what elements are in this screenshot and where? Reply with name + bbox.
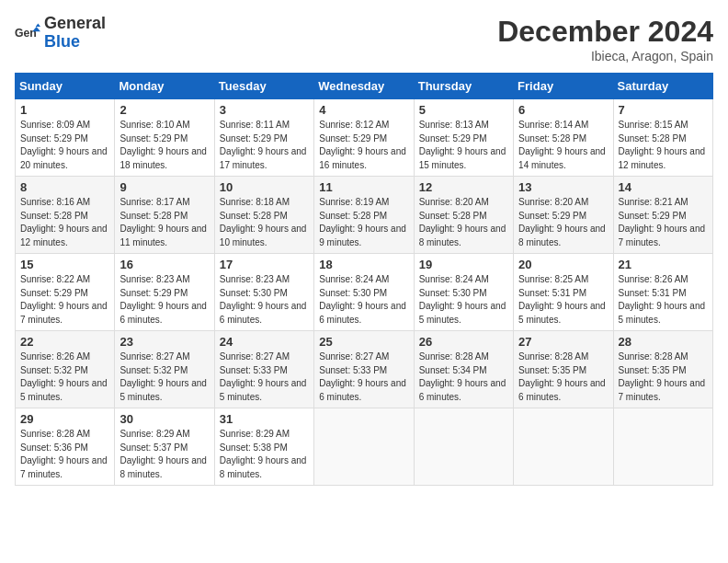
cell-content: Sunrise: 8:19 AM Sunset: 5:28 PM Dayligh… <box>319 196 408 249</box>
month-title: December 2024 <box>497 15 713 49</box>
logo-text: General Blue <box>44 15 106 52</box>
calendar-cell: 3 Sunrise: 8:11 AM Sunset: 5:29 PM Dayli… <box>214 99 313 177</box>
calendar-cell: 4 Sunrise: 8:12 AM Sunset: 5:29 PM Dayli… <box>314 99 414 177</box>
calendar-cell: 27 Sunrise: 8:28 AM Sunset: 5:35 PM Dayl… <box>514 331 613 408</box>
cell-content: Sunrise: 8:23 AM Sunset: 5:30 PM Dayligh… <box>220 273 309 327</box>
day-number: 9 <box>119 180 209 194</box>
cell-content: Sunrise: 8:12 AM Sunset: 5:29 PM Dayligh… <box>319 119 408 172</box>
day-number: 22 <box>20 335 109 349</box>
cell-content: Sunrise: 8:20 AM Sunset: 5:29 PM Dayligh… <box>518 196 608 249</box>
cell-content: Sunrise: 8:16 AM Sunset: 5:28 PM Dayligh… <box>20 196 109 249</box>
calendar-table: SundayMondayTuesdayWednesdayThursdayFrid… <box>15 73 713 486</box>
day-number: 18 <box>319 258 408 271</box>
col-header-friday: Friday <box>514 74 613 99</box>
day-number: 24 <box>220 335 309 349</box>
calendar-header-row: SundayMondayTuesdayWednesdayThursdayFrid… <box>16 74 713 99</box>
calendar-cell: 30 Sunrise: 8:29 AM Sunset: 5:37 PM Dayl… <box>115 408 214 486</box>
day-number: 31 <box>220 412 309 426</box>
day-number: 26 <box>419 335 508 349</box>
cell-content: Sunrise: 8:28 AM Sunset: 5:36 PM Dayligh… <box>20 428 109 481</box>
cell-content: Sunrise: 8:24 AM Sunset: 5:30 PM Dayligh… <box>419 273 508 327</box>
day-number: 14 <box>619 180 708 194</box>
calendar-cell <box>514 408 613 486</box>
calendar-cell: 10 Sunrise: 8:18 AM Sunset: 5:28 PM Dayl… <box>214 177 313 254</box>
cell-content: Sunrise: 8:21 AM Sunset: 5:29 PM Dayligh… <box>619 196 708 249</box>
calendar-cell: 22 Sunrise: 8:26 AM Sunset: 5:32 PM Dayl… <box>16 331 115 408</box>
cell-content: Sunrise: 8:09 AM Sunset: 5:29 PM Dayligh… <box>20 119 109 172</box>
day-number: 11 <box>319 180 408 194</box>
svg-marker-1 <box>36 23 40 27</box>
cell-content: Sunrise: 8:11 AM Sunset: 5:29 PM Dayligh… <box>220 119 309 172</box>
title-block: December 2024 Ibieca, Aragon, Spain <box>497 15 713 63</box>
calendar-cell: 18 Sunrise: 8:24 AM Sunset: 5:30 PM Dayl… <box>314 254 414 331</box>
logo-icon: Gen <box>15 20 40 46</box>
day-number: 20 <box>518 258 608 271</box>
cell-content: Sunrise: 8:26 AM Sunset: 5:32 PM Dayligh… <box>20 350 109 404</box>
calendar-cell: 20 Sunrise: 8:25 AM Sunset: 5:31 PM Dayl… <box>514 254 613 331</box>
calendar-cell: 19 Sunrise: 8:24 AM Sunset: 5:30 PM Dayl… <box>414 254 513 331</box>
cell-content: Sunrise: 8:14 AM Sunset: 5:28 PM Dayligh… <box>518 119 608 172</box>
day-number: 2 <box>119 103 209 117</box>
cell-content: Sunrise: 8:28 AM Sunset: 5:35 PM Dayligh… <box>619 350 708 404</box>
logo-general: General <box>44 14 106 32</box>
day-number: 25 <box>319 335 408 349</box>
day-number: 15 <box>20 258 109 271</box>
cell-content: Sunrise: 8:28 AM Sunset: 5:34 PM Dayligh… <box>419 350 508 404</box>
col-header-sunday: Sunday <box>16 74 115 99</box>
col-header-thursday: Thursday <box>414 74 513 99</box>
calendar-row-2: 15 Sunrise: 8:22 AM Sunset: 5:29 PM Dayl… <box>16 254 713 331</box>
day-number: 16 <box>119 258 209 271</box>
calendar-cell: 13 Sunrise: 8:20 AM Sunset: 5:29 PM Dayl… <box>514 177 613 254</box>
calendar-row-1: 8 Sunrise: 8:16 AM Sunset: 5:28 PM Dayli… <box>16 177 713 254</box>
cell-content: Sunrise: 8:15 AM Sunset: 5:28 PM Dayligh… <box>619 119 708 172</box>
cell-content: Sunrise: 8:23 AM Sunset: 5:29 PM Dayligh… <box>119 273 209 327</box>
day-number: 4 <box>319 103 408 117</box>
calendar-cell: 24 Sunrise: 8:27 AM Sunset: 5:33 PM Dayl… <box>214 331 313 408</box>
cell-content: Sunrise: 8:18 AM Sunset: 5:28 PM Dayligh… <box>220 196 309 249</box>
cell-content: Sunrise: 8:10 AM Sunset: 5:29 PM Dayligh… <box>119 119 209 172</box>
calendar-cell: 28 Sunrise: 8:28 AM Sunset: 5:35 PM Dayl… <box>613 331 712 408</box>
col-header-saturday: Saturday <box>613 74 712 99</box>
cell-content: Sunrise: 8:27 AM Sunset: 5:33 PM Dayligh… <box>319 350 408 404</box>
day-number: 28 <box>619 335 708 349</box>
day-number: 27 <box>518 335 608 349</box>
calendar-cell: 9 Sunrise: 8:17 AM Sunset: 5:28 PM Dayli… <box>115 177 214 254</box>
cell-content: Sunrise: 8:24 AM Sunset: 5:30 PM Dayligh… <box>319 273 408 327</box>
cell-content: Sunrise: 8:20 AM Sunset: 5:28 PM Dayligh… <box>419 196 508 249</box>
calendar-cell: 23 Sunrise: 8:27 AM Sunset: 5:32 PM Dayl… <box>115 331 214 408</box>
col-header-wednesday: Wednesday <box>314 74 414 99</box>
calendar-row-3: 22 Sunrise: 8:26 AM Sunset: 5:32 PM Dayl… <box>16 331 713 408</box>
day-number: 21 <box>619 258 708 271</box>
day-number: 23 <box>119 335 209 349</box>
calendar-cell: 31 Sunrise: 8:29 AM Sunset: 5:38 PM Dayl… <box>214 408 313 486</box>
day-number: 17 <box>220 258 309 271</box>
cell-content: Sunrise: 8:25 AM Sunset: 5:31 PM Dayligh… <box>518 273 608 327</box>
calendar-cell <box>613 408 712 486</box>
day-number: 1 <box>20 103 109 117</box>
cell-content: Sunrise: 8:28 AM Sunset: 5:35 PM Dayligh… <box>518 350 608 404</box>
calendar-cell: 2 Sunrise: 8:10 AM Sunset: 5:29 PM Dayli… <box>115 99 214 177</box>
calendar-cell: 29 Sunrise: 8:28 AM Sunset: 5:36 PM Dayl… <box>16 408 115 486</box>
day-number: 6 <box>518 103 608 117</box>
cell-content: Sunrise: 8:17 AM Sunset: 5:28 PM Dayligh… <box>119 196 209 249</box>
cell-content: Sunrise: 8:27 AM Sunset: 5:33 PM Dayligh… <box>220 350 309 404</box>
calendar-cell: 17 Sunrise: 8:23 AM Sunset: 5:30 PM Dayl… <box>214 254 313 331</box>
day-number: 5 <box>419 103 508 117</box>
location: Ibieca, Aragon, Spain <box>497 49 713 63</box>
cell-content: Sunrise: 8:26 AM Sunset: 5:31 PM Dayligh… <box>619 273 708 327</box>
day-number: 30 <box>119 412 209 426</box>
calendar-row-4: 29 Sunrise: 8:28 AM Sunset: 5:36 PM Dayl… <box>16 408 713 486</box>
day-number: 29 <box>20 412 109 426</box>
cell-content: Sunrise: 8:22 AM Sunset: 5:29 PM Dayligh… <box>20 273 109 327</box>
calendar-cell: 26 Sunrise: 8:28 AM Sunset: 5:34 PM Dayl… <box>414 331 513 408</box>
calendar-cell: 12 Sunrise: 8:20 AM Sunset: 5:28 PM Dayl… <box>414 177 513 254</box>
day-number: 3 <box>220 103 309 117</box>
cell-content: Sunrise: 8:29 AM Sunset: 5:38 PM Dayligh… <box>220 428 309 481</box>
cell-content: Sunrise: 8:27 AM Sunset: 5:32 PM Dayligh… <box>119 350 209 404</box>
calendar-row-0: 1 Sunrise: 8:09 AM Sunset: 5:29 PM Dayli… <box>16 99 713 177</box>
day-number: 19 <box>419 258 508 271</box>
svg-text:Gen: Gen <box>15 26 37 39</box>
day-number: 12 <box>419 180 508 194</box>
logo: Gen General Blue <box>15 15 106 52</box>
page-header: Gen General Blue December 2024 Ibieca, A… <box>15 15 713 63</box>
